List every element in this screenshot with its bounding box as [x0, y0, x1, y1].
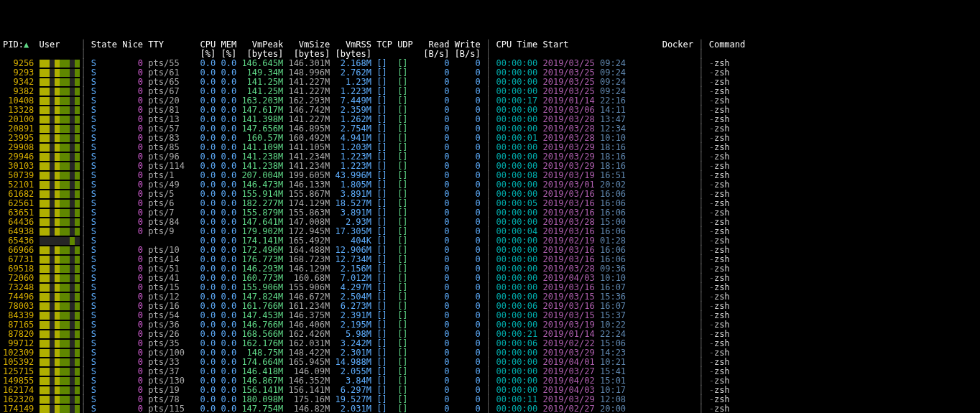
user-color-code [40, 404, 80, 413]
cell-tcp: [] [376, 404, 397, 413]
cell-command: -zsh [709, 404, 746, 413]
col-udp[interactable]: UDP [397, 40, 418, 50]
user-color-code [40, 96, 80, 106]
user-color-code [40, 152, 80, 162]
cell-vmpeak: 147.754M [241, 404, 288, 413]
user-color-code [40, 86, 80, 96]
user-color-code [40, 385, 80, 395]
cell-vmsize: 146.82M [288, 404, 335, 413]
user-color-code [40, 236, 80, 246]
user-color-code [40, 133, 80, 143]
user-color-code [40, 338, 80, 348]
user-color-code [40, 301, 80, 311]
cell-cpu: 0.0 [190, 404, 221, 413]
user-color-code [40, 105, 80, 115]
col-nice[interactable]: Nice [122, 40, 148, 50]
cell-udp: [] [397, 404, 418, 413]
col-tty[interactable]: TTY [148, 40, 190, 50]
user-color-code [40, 292, 80, 302]
user-color-code [40, 245, 80, 255]
user-color-code [40, 282, 80, 292]
cell-start: 2019/02/27 20:00 [542, 404, 631, 413]
user-color-code [40, 310, 80, 320]
user-color-code [40, 170, 80, 180]
user-color-code [40, 366, 80, 376]
cell-user [40, 404, 81, 413]
user-color-code [40, 180, 80, 190]
cell-nice: 0 [122, 404, 148, 413]
user-color-code [40, 161, 80, 171]
col-command[interactable]: Command [709, 40, 746, 50]
user-color-code [40, 142, 80, 152]
user-color-code [40, 77, 80, 87]
user-color-code [40, 198, 80, 208]
col-state[interactable]: State [91, 40, 122, 50]
cell-tty: pts/115 [148, 404, 190, 413]
col-cputime[interactable]: CPU Time [496, 40, 542, 50]
user-color-code [40, 320, 80, 330]
user-color-code [40, 264, 80, 274]
user-color-code [40, 124, 80, 134]
user-color-code [40, 273, 80, 283]
cell-pid: 174149 [3, 404, 40, 413]
cell-state: S [91, 404, 122, 413]
user-color-code [40, 376, 80, 386]
cell-write: 0 [455, 404, 486, 413]
user-color-code [40, 58, 80, 68]
cell-cputime: 00:00:00 [496, 404, 542, 413]
cell-vmrss: 2.031M [335, 404, 376, 413]
sort-indicator-icon: ▲ [24, 40, 29, 50]
user-color-code [40, 68, 80, 78]
user-color-code [40, 114, 80, 124]
user-color-code [40, 217, 80, 227]
user-color-code [40, 254, 80, 264]
user-color-code [40, 394, 80, 404]
cell-read: 0 [418, 404, 455, 413]
user-color-code [40, 189, 80, 199]
user-color-code [40, 226, 80, 236]
process-table[interactable]: PID:▲ User │ State Nice TTY CPU MEM VmPe… [3, 40, 745, 413]
cell-docker [631, 404, 698, 413]
process-row[interactable]: 174149 │ S 0 pts/115 0.0 0.0 147.754M 14… [3, 404, 745, 413]
user-color-code [40, 208, 80, 218]
cell-mem: 0.0 [221, 404, 241, 413]
user-color-code [40, 348, 80, 358]
col-docker[interactable]: Docker [631, 40, 698, 50]
col-start[interactable]: Start [542, 40, 631, 50]
col-tcp[interactable]: TCP [376, 40, 397, 50]
user-color-code [40, 357, 80, 367]
user-color-code [40, 329, 80, 339]
